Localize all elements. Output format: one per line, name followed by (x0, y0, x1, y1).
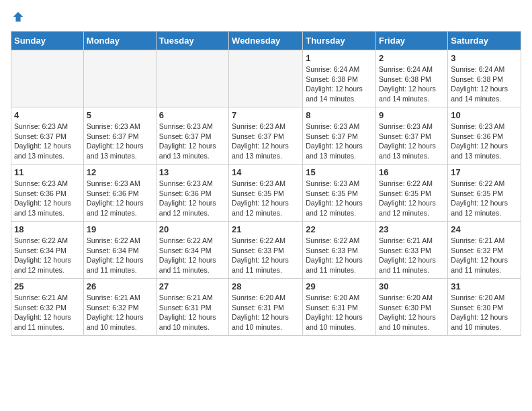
day-info: Sunrise: 6:21 AM Sunset: 6:31 PM Dayligh… (159, 293, 226, 332)
day-cell: 3Sunrise: 6:24 AM Sunset: 6:38 PM Daylig… (448, 50, 521, 107)
day-info: Sunrise: 6:23 AM Sunset: 6:36 PM Dayligh… (87, 179, 153, 218)
day-number: 3 (451, 53, 518, 63)
day-cell: 24Sunrise: 6:21 AM Sunset: 6:32 PM Dayli… (448, 222, 521, 279)
day-info: Sunrise: 6:23 AM Sunset: 6:37 PM Dayligh… (87, 122, 153, 161)
day-cell: 6Sunrise: 6:23 AM Sunset: 6:37 PM Daylig… (156, 107, 228, 165)
day-number: 25 (14, 281, 81, 291)
day-cell: 7Sunrise: 6:23 AM Sunset: 6:37 PM Daylig… (229, 107, 303, 165)
day-info: Sunrise: 6:23 AM Sunset: 6:37 PM Dayligh… (232, 122, 300, 161)
day-cell: 29Sunrise: 6:20 AM Sunset: 6:31 PM Dayli… (303, 279, 376, 336)
day-cell: 10Sunrise: 6:23 AM Sunset: 6:36 PM Dayli… (448, 107, 521, 165)
day-number: 11 (14, 167, 81, 177)
week-row-4: 18Sunrise: 6:22 AM Sunset: 6:34 PM Dayli… (11, 222, 521, 279)
day-info: Sunrise: 6:20 AM Sunset: 6:31 PM Dayligh… (306, 293, 373, 332)
day-info: Sunrise: 6:22 AM Sunset: 6:35 PM Dayligh… (451, 179, 518, 218)
day-cell: 9Sunrise: 6:23 AM Sunset: 6:37 PM Daylig… (376, 107, 448, 165)
day-number: 1 (306, 53, 373, 63)
svg-marker-0 (13, 12, 23, 21)
day-cell: 17Sunrise: 6:22 AM Sunset: 6:35 PM Dayli… (448, 165, 521, 222)
logo (11, 11, 24, 23)
day-number: 2 (379, 53, 445, 63)
day-cell: 19Sunrise: 6:22 AM Sunset: 6:34 PM Dayli… (83, 222, 156, 279)
day-number: 9 (379, 110, 445, 120)
day-info: Sunrise: 6:23 AM Sunset: 6:36 PM Dayligh… (159, 179, 226, 218)
day-cell: 13Sunrise: 6:23 AM Sunset: 6:36 PM Dayli… (156, 165, 228, 222)
day-cell: 28Sunrise: 6:20 AM Sunset: 6:31 PM Dayli… (229, 279, 303, 336)
day-number: 16 (379, 167, 445, 177)
day-cell (11, 50, 84, 107)
day-number: 31 (451, 281, 518, 291)
day-cell: 30Sunrise: 6:20 AM Sunset: 6:30 PM Dayli… (376, 279, 448, 336)
week-row-1: 1Sunrise: 6:24 AM Sunset: 6:38 PM Daylig… (11, 50, 521, 107)
day-info: Sunrise: 6:22 AM Sunset: 6:34 PM Dayligh… (87, 236, 153, 275)
day-info: Sunrise: 6:24 AM Sunset: 6:38 PM Dayligh… (451, 64, 518, 104)
day-info: Sunrise: 6:24 AM Sunset: 6:38 PM Dayligh… (379, 64, 445, 104)
day-cell (83, 50, 156, 107)
day-number: 12 (87, 167, 153, 177)
day-number: 30 (379, 281, 445, 291)
calendar-table: SundayMondayTuesdayWednesdayThursdayFrid… (11, 31, 521, 336)
day-info: Sunrise: 6:23 AM Sunset: 6:36 PM Dayligh… (451, 122, 518, 161)
day-cell: 18Sunrise: 6:22 AM Sunset: 6:34 PM Dayli… (11, 222, 84, 279)
day-info: Sunrise: 6:22 AM Sunset: 6:35 PM Dayligh… (379, 179, 445, 218)
day-cell: 16Sunrise: 6:22 AM Sunset: 6:35 PM Dayli… (376, 165, 448, 222)
day-number: 18 (14, 224, 81, 234)
day-info: Sunrise: 6:20 AM Sunset: 6:31 PM Dayligh… (232, 293, 300, 332)
weekday-header-thursday: Thursday (303, 32, 376, 50)
day-info: Sunrise: 6:22 AM Sunset: 6:33 PM Dayligh… (232, 236, 300, 275)
day-cell: 15Sunrise: 6:23 AM Sunset: 6:35 PM Dayli… (303, 165, 376, 222)
weekday-header-monday: Monday (83, 32, 156, 50)
day-cell: 31Sunrise: 6:20 AM Sunset: 6:30 PM Dayli… (448, 279, 521, 336)
day-cell: 8Sunrise: 6:23 AM Sunset: 6:37 PM Daylig… (303, 107, 376, 165)
week-row-5: 25Sunrise: 6:21 AM Sunset: 6:32 PM Dayli… (11, 279, 521, 336)
day-number: 22 (306, 224, 373, 234)
day-info: Sunrise: 6:22 AM Sunset: 6:33 PM Dayligh… (306, 236, 373, 275)
day-number: 7 (232, 110, 300, 120)
day-info: Sunrise: 6:24 AM Sunset: 6:38 PM Dayligh… (306, 64, 373, 104)
day-number: 14 (232, 167, 300, 177)
day-cell: 4Sunrise: 6:23 AM Sunset: 6:37 PM Daylig… (11, 107, 84, 165)
calendar-body: 1Sunrise: 6:24 AM Sunset: 6:38 PM Daylig… (11, 50, 521, 336)
day-cell: 26Sunrise: 6:21 AM Sunset: 6:32 PM Dayli… (83, 279, 156, 336)
day-info: Sunrise: 6:22 AM Sunset: 6:34 PM Dayligh… (159, 236, 226, 275)
day-cell: 2Sunrise: 6:24 AM Sunset: 6:38 PM Daylig… (376, 50, 448, 107)
weekday-header-wednesday: Wednesday (229, 32, 303, 50)
day-number: 23 (379, 224, 445, 234)
weekday-header-friday: Friday (376, 32, 448, 50)
day-info: Sunrise: 6:23 AM Sunset: 6:35 PM Dayligh… (232, 179, 300, 218)
day-info: Sunrise: 6:20 AM Sunset: 6:30 PM Dayligh… (451, 293, 518, 332)
day-info: Sunrise: 6:21 AM Sunset: 6:32 PM Dayligh… (87, 293, 153, 332)
day-cell: 21Sunrise: 6:22 AM Sunset: 6:33 PM Dayli… (229, 222, 303, 279)
day-number: 19 (87, 224, 153, 234)
day-number: 15 (306, 167, 373, 177)
week-row-3: 11Sunrise: 6:23 AM Sunset: 6:36 PM Dayli… (11, 165, 521, 222)
day-cell: 22Sunrise: 6:22 AM Sunset: 6:33 PM Dayli… (303, 222, 376, 279)
day-cell: 14Sunrise: 6:23 AM Sunset: 6:35 PM Dayli… (229, 165, 303, 222)
day-cell (229, 50, 303, 107)
day-cell: 12Sunrise: 6:23 AM Sunset: 6:36 PM Dayli… (83, 165, 156, 222)
day-info: Sunrise: 6:21 AM Sunset: 6:32 PM Dayligh… (14, 293, 81, 332)
day-cell (156, 50, 228, 107)
day-number: 26 (87, 281, 153, 291)
weekday-header-sunday: Sunday (11, 32, 84, 50)
day-info: Sunrise: 6:23 AM Sunset: 6:37 PM Dayligh… (14, 122, 81, 161)
weekday-header-tuesday: Tuesday (156, 32, 228, 50)
logo-icon (12, 11, 24, 23)
day-cell: 11Sunrise: 6:23 AM Sunset: 6:36 PM Dayli… (11, 165, 84, 222)
day-cell: 1Sunrise: 6:24 AM Sunset: 6:38 PM Daylig… (303, 50, 376, 107)
day-cell: 20Sunrise: 6:22 AM Sunset: 6:34 PM Dayli… (156, 222, 228, 279)
day-number: 13 (159, 167, 226, 177)
day-info: Sunrise: 6:23 AM Sunset: 6:36 PM Dayligh… (14, 179, 81, 218)
weekday-header-row: SundayMondayTuesdayWednesdayThursdayFrid… (11, 32, 521, 50)
page-header (11, 11, 521, 23)
day-number: 5 (87, 110, 153, 120)
day-number: 28 (232, 281, 300, 291)
day-cell: 23Sunrise: 6:21 AM Sunset: 6:33 PM Dayli… (376, 222, 448, 279)
day-info: Sunrise: 6:20 AM Sunset: 6:30 PM Dayligh… (379, 293, 445, 332)
day-info: Sunrise: 6:23 AM Sunset: 6:35 PM Dayligh… (306, 179, 373, 218)
day-number: 4 (14, 110, 81, 120)
day-number: 24 (451, 224, 518, 234)
day-number: 8 (306, 110, 373, 120)
day-cell: 5Sunrise: 6:23 AM Sunset: 6:37 PM Daylig… (83, 107, 156, 165)
day-number: 10 (451, 110, 518, 120)
